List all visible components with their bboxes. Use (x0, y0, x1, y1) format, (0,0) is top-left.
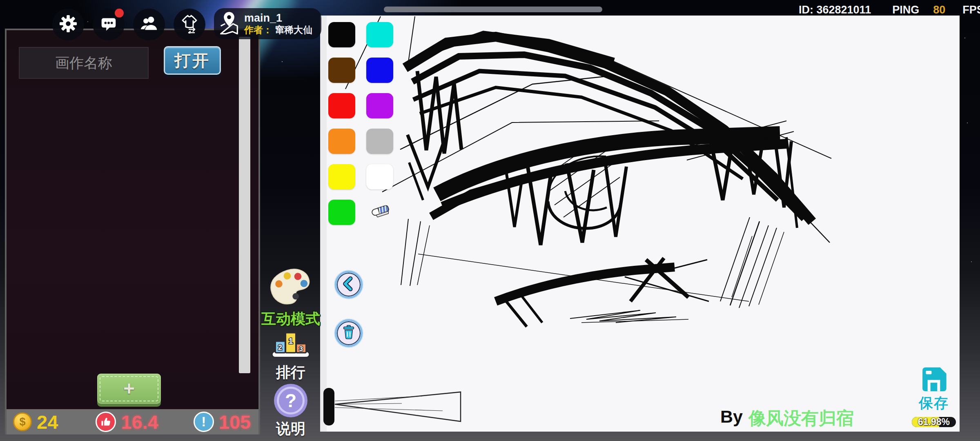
save-progress-bar: 61.98% (912, 417, 956, 427)
likes-count: 16.4 (121, 411, 158, 433)
friends-button[interactable] (133, 9, 165, 40)
location-text: main_1 作者：窜稀大仙 (244, 12, 312, 35)
color-swatch-8[interactable] (328, 164, 355, 189)
currency-bar: $ 24 16.4 ! 105 (5, 409, 260, 434)
podium-icon: 2 1 3 (271, 329, 310, 361)
game-screen: main_1 作者：窜稀大仙 ID: 362821011 PING 80 FPS… (0, 0, 980, 441)
map-pin-icon (217, 10, 241, 37)
add-artwork-button[interactable]: + (97, 374, 161, 404)
undo-button[interactable] (335, 271, 363, 298)
color-palette (328, 22, 393, 225)
podium-number-1: 1 (288, 336, 293, 345)
color-swatch-9[interactable] (366, 164, 393, 189)
palette-icon (267, 267, 314, 307)
user-sketch-eye-drawing (320, 16, 960, 432)
open-button[interactable]: 打开 (164, 46, 221, 75)
brush-size-slider[interactable] (320, 383, 467, 433)
add-button-dashed-border (100, 376, 158, 401)
gear-icon (59, 14, 78, 35)
stars (0, 0, 1, 1)
map-name: main_1 (244, 12, 312, 24)
alerts-count: 105 (219, 411, 251, 433)
help-button[interactable]: ? 说明 (258, 384, 323, 439)
gallery-scrollbar[interactable] (239, 37, 250, 373)
status-bar: ID: 362821011 PING 80 FPS 29 (799, 4, 980, 16)
color-swatch-10[interactable] (328, 200, 355, 225)
credit-artist-name: 像风没有归宿 (748, 407, 854, 430)
save-control[interactable]: 保存 61.98% (903, 363, 964, 427)
podium-number-3: 3 (299, 345, 303, 353)
credit-by: By (720, 407, 743, 430)
clear-canvas-button[interactable] (335, 319, 363, 347)
drawing-canvas[interactable]: By 像风没有归宿 保存 61.98% (320, 16, 960, 432)
color-swatch-6[interactable] (328, 129, 355, 154)
shirt-swap-icon (180, 14, 199, 35)
interactive-mode-label: 互动模式 (261, 309, 320, 329)
ranking-label: 排行 (276, 363, 305, 383)
chat-button[interactable] (93, 9, 125, 40)
question-icon: ? (274, 384, 307, 417)
color-swatch-4[interactable] (328, 93, 355, 118)
author-name: 窜稀大仙 (275, 24, 312, 35)
ranking-button[interactable]: 2 1 3 排行 (258, 329, 323, 383)
color-swatch-3[interactable] (366, 58, 393, 83)
gallery-panel: 打开 + (5, 29, 260, 409)
eraser-icon (368, 201, 392, 223)
podium-number-2: 2 (278, 343, 282, 352)
help-label: 说明 (276, 419, 305, 439)
top-scrollbar-handle[interactable] (384, 7, 602, 12)
chat-notification-dot (115, 9, 124, 18)
color-swatch-5[interactable] (366, 93, 393, 118)
location-plate[interactable]: main_1 作者：窜稀大仙 (214, 8, 321, 39)
eraser-tool[interactable] (366, 200, 393, 225)
save-progress-text: 61.98% (912, 417, 956, 427)
save-label: 保存 (919, 394, 949, 413)
coin-icon: $ (13, 412, 32, 431)
color-swatch-1[interactable] (366, 22, 393, 47)
fps-label: FPS (962, 4, 980, 16)
artist-credit: By 像风没有归宿 (720, 407, 854, 430)
question-mark: ? (285, 390, 296, 412)
interactive-mode-button[interactable]: 互动模式 (258, 267, 323, 329)
undo-chevron-icon (340, 275, 358, 294)
coin-count: 24 (37, 411, 58, 433)
exclamation-icon: ! (194, 412, 214, 432)
author-label: 作者： (244, 24, 272, 35)
outfit-button[interactable] (174, 9, 205, 40)
color-swatch-7[interactable] (366, 129, 393, 154)
color-swatch-2[interactable] (328, 58, 355, 83)
trash-icon (340, 324, 357, 343)
color-swatch-0[interactable] (328, 22, 355, 47)
friends-icon (140, 14, 158, 35)
artwork-name-input[interactable] (19, 47, 149, 79)
ping-label: PING (892, 4, 919, 16)
floppy-disk-icon (918, 363, 950, 397)
thumbs-up-icon (96, 412, 116, 432)
settings-button[interactable] (52, 9, 84, 40)
chat-icon (99, 14, 118, 35)
ping-value: 80 (933, 4, 945, 16)
player-id: ID: 362821011 (799, 4, 871, 16)
